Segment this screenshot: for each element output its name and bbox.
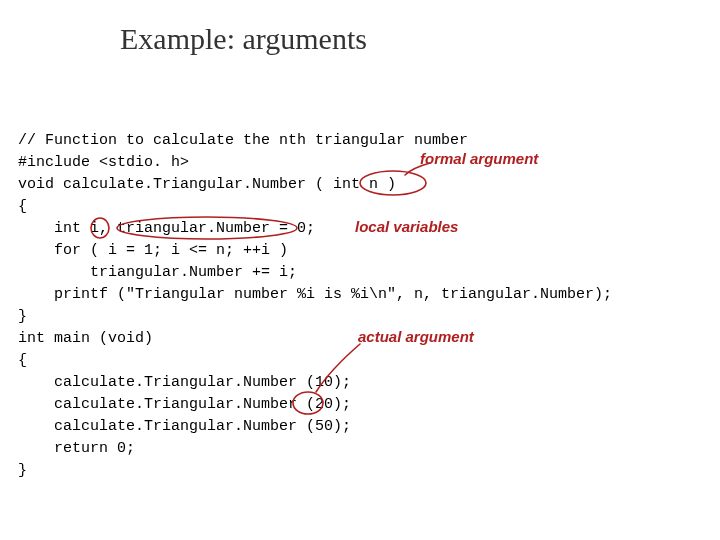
annotation-formal-argument: formal argument xyxy=(420,150,538,167)
code-block: // Function to calculate the nth triangu… xyxy=(18,130,612,482)
annotation-actual-argument: actual argument xyxy=(358,328,474,345)
slide: Example: arguments // Function to calcul… xyxy=(0,0,720,540)
slide-title: Example: arguments xyxy=(120,22,367,56)
annotation-local-variables: local variables xyxy=(355,218,458,235)
